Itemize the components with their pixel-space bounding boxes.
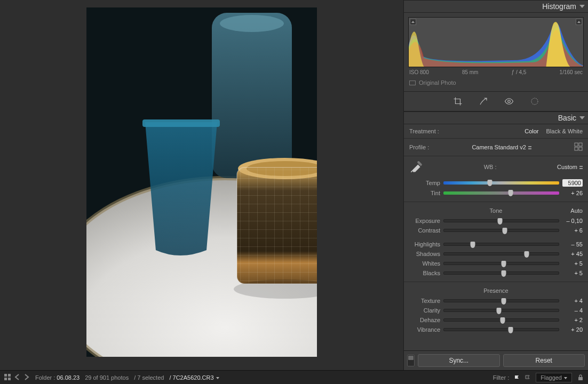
- shadow-clip-indicator[interactable]: [410, 19, 416, 25]
- wb-preset-select[interactable]: Custom: [557, 164, 583, 170]
- next-photo-icon[interactable]: [23, 374, 30, 381]
- exif-summary: ISO 800 85 mm ƒ / 4,5 1/160 sec: [408, 67, 584, 75]
- photo-count: 29 of 901 photos: [85, 374, 129, 381]
- svg-rect-18: [4, 374, 7, 377]
- treatment-row: Treatment : Color Black & White: [404, 124, 588, 139]
- filter-lock-icon[interactable]: [577, 374, 584, 381]
- highlight-clip-indicator[interactable]: [576, 19, 582, 25]
- blacks-value[interactable]: + 5: [562, 270, 583, 276]
- svg-rect-14: [575, 143, 578, 146]
- histogram-header[interactable]: Histogram: [404, 0, 588, 13]
- crop-tool-icon[interactable]: [452, 96, 463, 107]
- tone-section: Tone Auto: [404, 204, 588, 216]
- whites-slider[interactable]: Whites + 5: [404, 259, 588, 268]
- svg-rect-5: [142, 119, 220, 127]
- masking-tool-icon[interactable]: [529, 96, 540, 107]
- wb-row: WB : Custom: [404, 156, 588, 178]
- svg-rect-19: [8, 374, 11, 377]
- histogram[interactable]: [408, 17, 584, 67]
- original-photo-toggle[interactable]: Original Photo: [408, 75, 584, 87]
- sync-button[interactable]: Sync...: [418, 354, 500, 367]
- basic-header[interactable]: Basic: [404, 111, 588, 124]
- filter-flagged[interactable]: Flagged: [536, 373, 572, 382]
- wb-eyedropper-icon[interactable]: [409, 160, 423, 174]
- svg-point-13: [531, 98, 538, 105]
- tint-slider[interactable]: Tint + 26: [404, 188, 588, 198]
- image-preview[interactable]: [86, 7, 317, 357]
- contrast-slider[interactable]: Contrast + 6: [404, 226, 588, 235]
- whites-value[interactable]: + 5: [562, 260, 583, 267]
- texture-slider[interactable]: Texture + 4: [404, 296, 588, 306]
- presence-section: Presence: [404, 284, 588, 296]
- temp-slider[interactable]: Temp 5900: [404, 178, 588, 188]
- svg-rect-9: [237, 167, 317, 284]
- dehaze-slider[interactable]: Dehaze + 2: [404, 315, 588, 325]
- redeye-tool-icon[interactable]: [504, 96, 514, 107]
- highlights-value[interactable]: – 55: [562, 241, 583, 247]
- svg-point-12: [507, 100, 510, 103]
- svg-rect-15: [579, 143, 582, 146]
- exposure-slider[interactable]: Exposure – 0,10: [404, 216, 588, 226]
- temp-value[interactable]: 5900: [562, 179, 583, 187]
- canvas[interactable]: [0, 0, 403, 370]
- treatment-color[interactable]: Color: [525, 128, 538, 134]
- svg-rect-17: [579, 147, 582, 150]
- texture-value[interactable]: + 4: [562, 298, 583, 304]
- exposure-value[interactable]: – 0,10: [562, 218, 583, 224]
- folder-label: Folder :: [35, 374, 55, 381]
- shadows-slider[interactable]: Shadows + 45: [404, 249, 588, 259]
- sync-bar: Sync... Reset: [404, 350, 588, 370]
- tint-value[interactable]: + 26: [562, 190, 583, 196]
- vibrance-value[interactable]: + 20: [562, 326, 583, 333]
- svg-point-4: [220, 15, 284, 32]
- heal-tool-icon[interactable]: [478, 96, 489, 107]
- develop-right-panel: Histogram ISO 800 85: [403, 0, 588, 370]
- collapse-icon: [579, 116, 585, 119]
- svg-rect-20: [4, 378, 7, 380]
- clarity-slider[interactable]: Clarity – 4: [404, 306, 588, 315]
- blacks-slider[interactable]: Blacks + 5: [404, 268, 588, 278]
- local-tools-strip: [404, 91, 588, 111]
- treatment-bw[interactable]: Black & White: [546, 128, 583, 134]
- reset-button[interactable]: Reset: [503, 354, 585, 367]
- vibrance-slider[interactable]: Vibrance + 20: [404, 325, 588, 334]
- svg-rect-21: [8, 378, 11, 380]
- original-icon: [409, 81, 416, 85]
- clarity-value[interactable]: – 4: [562, 307, 583, 314]
- profile-browser-icon[interactable]: [574, 142, 583, 152]
- flag-black-icon[interactable]: [525, 375, 530, 380]
- highlights-slider[interactable]: Highlights – 55: [404, 239, 588, 249]
- collapse-icon: [579, 5, 585, 8]
- auto-tone-button[interactable]: Auto: [570, 207, 583, 214]
- profile-row: Profile : Camera Standard v2: [404, 139, 588, 156]
- selected-count: / 7 selected: [134, 374, 164, 381]
- current-file[interactable]: / 7C2A5620.CR3: [169, 374, 219, 381]
- profile-select[interactable]: Camera Standard v2: [429, 144, 574, 150]
- footer: Folder : 06.08.23 29 of 901 photos / 7 s…: [0, 370, 588, 384]
- contrast-value[interactable]: + 6: [562, 227, 583, 234]
- filter-label: Filter :: [493, 374, 510, 381]
- svg-rect-22: [578, 377, 583, 380]
- dehaze-value[interactable]: + 2: [562, 317, 583, 323]
- prev-photo-icon[interactable]: [14, 374, 20, 381]
- grid-view-icon[interactable]: [4, 374, 11, 381]
- flag-white-icon[interactable]: [514, 375, 520, 380]
- folder-name[interactable]: 06.08.23: [57, 374, 80, 381]
- svg-rect-16: [575, 147, 578, 150]
- shadows-value[interactable]: + 45: [562, 251, 583, 257]
- svg-rect-3: [212, 13, 292, 178]
- preview-toggle[interactable]: [407, 355, 415, 366]
